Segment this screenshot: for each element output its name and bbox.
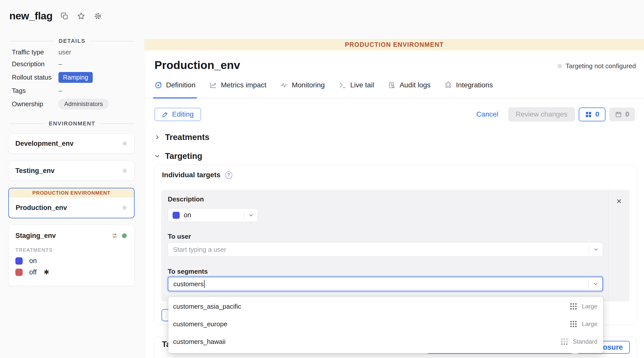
- main-panel: PRODUCTION ENVIRONMENT Production_env Ta…: [144, 39, 644, 358]
- divider-line: [90, 41, 135, 41]
- status-dot: [123, 141, 127, 146]
- segment-size: Large: [582, 320, 597, 328]
- detail-label: Rollout status: [12, 74, 58, 81]
- treatment-name: off: [29, 268, 37, 276]
- calendar-icon: [615, 111, 622, 118]
- live-tail-icon: [339, 81, 346, 89]
- detail-value: –: [58, 60, 133, 68]
- to-user-input-wrap: [168, 242, 603, 257]
- detail-label: Ownership: [12, 100, 58, 108]
- tab-integrations[interactable]: Integrations: [444, 77, 493, 93]
- close-icon[interactable]: [616, 197, 622, 205]
- select-divider: [589, 245, 589, 254]
- production-env-banner: PRODUCTION ENVIRONMENT: [9, 188, 134, 198]
- treatments-heading: TREATMENTS: [15, 247, 127, 253]
- treatments-section-title: Treatments: [165, 132, 209, 142]
- tab-live-tail[interactable]: Live tail: [339, 77, 374, 93]
- to-segments-typed-text: customers: [173, 280, 204, 288]
- scheduled-changes-button[interactable]: 0: [609, 108, 635, 121]
- to-user-label: To user: [168, 233, 191, 240]
- individual-target-card: Description on To user: [161, 190, 630, 301]
- production-environment-banner: PRODUCTION ENVIRONMENT: [145, 39, 644, 50]
- divider-line: [9, 41, 54, 41]
- review-changes-button[interactable]: Review changes: [508, 107, 575, 122]
- to-segments-label: To segments: [168, 268, 208, 275]
- env-card-production[interactable]: PRODUCTION ENVIRONMENT Production_env: [8, 188, 135, 218]
- tab-label: Monitoring: [292, 81, 325, 89]
- editing-label: Editing: [172, 110, 194, 118]
- env-name: Development_env: [15, 140, 74, 148]
- tab-label: Definition: [166, 81, 196, 89]
- detail-label: Tags: [12, 87, 58, 95]
- chevron-down-icon[interactable]: [248, 212, 254, 218]
- tab-definition[interactable]: Definition: [154, 77, 196, 93]
- cancel-button[interactable]: Cancel: [476, 110, 498, 118]
- default-treatment-icon: ✱: [44, 268, 49, 276]
- segments-dropdown: customers_asia_pacific Large customers_e…: [168, 297, 603, 353]
- copy-icon[interactable]: [60, 12, 69, 21]
- individual-targets-header: Individual targets: [162, 171, 232, 179]
- audit-logs-icon: [388, 81, 396, 89]
- segment-size: Standard: [573, 338, 597, 345]
- segment-size: Large: [582, 303, 597, 310]
- tab-bar: Definition Metrics impact Monitoring Liv…: [145, 77, 644, 98]
- env-name: Production_env: [16, 204, 67, 212]
- pencil-icon: [162, 111, 169, 118]
- tab-label: Audit logs: [400, 81, 431, 89]
- detail-value: user: [58, 48, 133, 56]
- individual-targets-title: Individual targets: [162, 171, 220, 179]
- details-list: Traffic type user Description – Rollout …: [12, 48, 133, 109]
- changes-grid-icon: [585, 111, 592, 118]
- segment-option[interactable]: customers_europe Large: [169, 315, 603, 333]
- treatments-section-toggle[interactable]: Treatments: [154, 132, 209, 142]
- help-icon[interactable]: [225, 171, 232, 179]
- details-divider: DETAILS: [9, 38, 135, 44]
- swap-arrows-icon: [111, 232, 118, 239]
- standard-segment-grid-icon: [561, 338, 568, 345]
- segment-option[interactable]: customers_hawaii Standard: [169, 333, 603, 350]
- treatment-swatch-on: [15, 257, 23, 265]
- chevron-down-icon[interactable]: [593, 281, 598, 287]
- select-divider: [244, 211, 244, 220]
- staging-treatments: TREATMENTS on off ✱: [9, 246, 134, 286]
- select-divider: [589, 280, 589, 288]
- app-root: new_flag DETAILS Traffic type user Descr: [0, 0, 644, 358]
- targeting-section-title: Targeting: [165, 151, 202, 161]
- tab-monitoring[interactable]: Monitoring: [280, 77, 325, 93]
- segment-name: customers_hawaii: [173, 338, 226, 346]
- toolbar: Editing Cancel Review changes 0 0: [154, 107, 635, 122]
- status-dot-gray: [557, 64, 562, 68]
- chevron-down-icon[interactable]: [593, 247, 599, 252]
- divider-line: [9, 124, 44, 124]
- treatment-row-on: on: [15, 257, 127, 265]
- editing-button[interactable]: Editing: [154, 108, 201, 121]
- ownership-badge[interactable]: Administrators: [58, 99, 109, 109]
- env-name: Staging_env: [15, 232, 56, 240]
- large-segment-grid-icon: [570, 303, 577, 310]
- detail-label: Traffic type: [12, 48, 58, 56]
- segment-option[interactable]: customers_asia_pacific Large: [169, 298, 603, 315]
- targeting-section-toggle[interactable]: Targeting: [154, 151, 202, 161]
- gear-icon[interactable]: [93, 12, 102, 21]
- star-icon[interactable]: [77, 12, 86, 21]
- page-title: Production_env: [154, 59, 240, 72]
- tab-audit-logs[interactable]: Audit logs: [388, 77, 431, 93]
- env-card-staging[interactable]: Staging_env TREATMENTS on: [8, 225, 135, 286]
- tab-metrics-impact[interactable]: Metrics impact: [209, 77, 266, 93]
- chevron-down-icon: [154, 153, 160, 159]
- pending-changes-button[interactable]: 0: [579, 108, 605, 121]
- large-segment-grid-icon: [570, 320, 577, 328]
- segment-name: customers_asia_pacific: [173, 303, 241, 310]
- treatment-select[interactable]: on: [168, 208, 258, 222]
- flag-header: new_flag: [9, 10, 102, 22]
- to-segments-input[interactable]: customers: [168, 277, 603, 291]
- definition-icon: [154, 81, 162, 89]
- rollout-status-badge: Ramping: [58, 72, 93, 83]
- tab-label: Metrics impact: [221, 81, 266, 89]
- toolbar-right: Cancel Review changes 0 0: [476, 107, 635, 122]
- detail-label: Description: [12, 60, 58, 68]
- env-card-development[interactable]: Development_env: [8, 133, 135, 154]
- env-name: Testing_env: [15, 167, 55, 175]
- to-user-input[interactable]: [173, 242, 589, 257]
- env-card-testing[interactable]: Testing_env: [8, 161, 135, 181]
